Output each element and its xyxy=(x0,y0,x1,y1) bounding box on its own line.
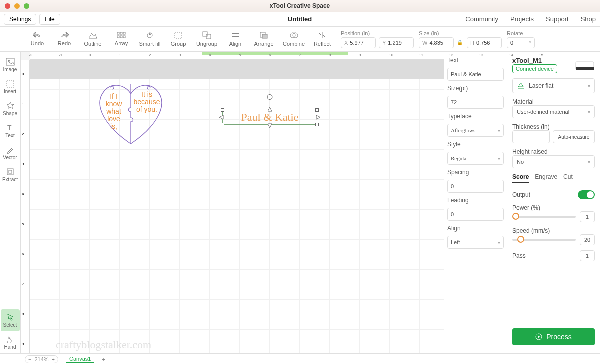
ruler-vertical: 012345678910 xyxy=(21,60,30,353)
reflect-button[interactable]: Reflect xyxy=(309,28,336,51)
canvas[interactable]: If Iknowwhatloveis, It isbecauseof you. … xyxy=(30,60,444,353)
thickness-label: Thickness (in) xyxy=(512,123,550,130)
insert-icon xyxy=(6,80,14,88)
footer: − 214% + Canvas1 + xyxy=(0,353,600,364)
link-shop[interactable]: Shop xyxy=(581,15,596,23)
processing-select[interactable]: Laser flat ▾ xyxy=(512,78,595,93)
material-select[interactable]: User-defined material▾ xyxy=(512,105,595,118)
text-label: Text xyxy=(448,57,504,64)
minimize-window-icon[interactable] xyxy=(14,3,20,9)
file-button[interactable]: File xyxy=(40,14,60,25)
chevron-down-icon: ▾ xyxy=(588,159,590,165)
group-button[interactable]: Group xyxy=(165,28,192,51)
smartfill-button[interactable]: Smart fill xyxy=(135,28,165,51)
redo-button[interactable]: Redo xyxy=(51,28,78,51)
output-toggle[interactable] xyxy=(578,190,595,199)
smartfill-icon xyxy=(146,31,154,39)
close-window-icon[interactable] xyxy=(5,3,10,9)
pass-value[interactable]: 1 xyxy=(580,250,595,261)
thickness-input[interactable] xyxy=(512,130,550,143)
size-h-input[interactable]: H0.756 xyxy=(467,37,502,48)
zoom-in-icon[interactable]: + xyxy=(52,356,55,362)
height-label: Height raised xyxy=(512,148,548,155)
tab-cut[interactable]: Cut xyxy=(564,173,573,183)
text-value-input[interactable]: Paul & Katie xyxy=(448,68,504,81)
lock-icon[interactable]: 🔒 xyxy=(457,40,463,45)
align-button[interactable]: Align xyxy=(222,28,249,51)
cursor-icon xyxy=(6,313,14,321)
power-value[interactable]: 1 xyxy=(580,211,595,222)
link-projects[interactable]: Projects xyxy=(510,15,534,23)
tool-shape[interactable]: Shape xyxy=(1,98,20,120)
spacing-input[interactable]: 0 xyxy=(448,180,504,193)
tool-image[interactable]: Image xyxy=(1,54,20,76)
canvas-tab[interactable]: Canvas1 xyxy=(66,356,94,363)
chevron-down-icon: ▾ xyxy=(588,109,590,115)
svg-rect-1 xyxy=(120,32,122,34)
arrange-button[interactable]: Arrange xyxy=(249,28,279,51)
hand-icon xyxy=(6,335,14,343)
svg-rect-12 xyxy=(232,36,239,37)
left-tools: Image Insert Shape TText Vector Extract … xyxy=(0,52,21,353)
tool-extract[interactable]: Extract xyxy=(1,164,20,186)
star-icon xyxy=(6,102,14,110)
ungroup-button[interactable]: Ungroup xyxy=(192,28,222,51)
zoom-out-icon[interactable]: − xyxy=(28,356,32,362)
auto-measure-button[interactable]: Auto-measure xyxy=(553,130,595,143)
leading-input[interactable]: 0 xyxy=(448,208,504,221)
maximize-window-icon[interactable] xyxy=(24,3,30,9)
position-group: Position (in) X5.977 Y1.219 xyxy=(341,30,414,48)
undo-icon xyxy=(33,32,42,39)
pos-y-input[interactable]: Y1.219 xyxy=(379,37,414,48)
height-select[interactable]: No▾ xyxy=(512,155,595,168)
outline-button[interactable]: Outline xyxy=(78,28,108,51)
size-w-input[interactable]: W4.835 xyxy=(419,37,454,48)
svg-point-18 xyxy=(8,60,10,62)
style-label: Style xyxy=(448,141,504,148)
power-slider[interactable] xyxy=(512,216,576,218)
combine-button[interactable]: Combine xyxy=(279,28,309,51)
svg-point-23 xyxy=(111,86,114,89)
add-canvas-button[interactable]: + xyxy=(102,356,105,362)
svg-rect-2 xyxy=(124,32,126,34)
pass-label: Pass xyxy=(512,252,526,259)
image-icon xyxy=(6,58,15,66)
tool-text[interactable]: TText xyxy=(1,120,20,142)
tab-score[interactable]: Score xyxy=(512,173,529,183)
play-icon xyxy=(536,333,542,340)
connect-device-button[interactable]: Connect device xyxy=(512,64,558,73)
align-select[interactable]: Left▾ xyxy=(448,236,504,249)
svg-rect-22 xyxy=(9,170,12,173)
pos-x-input[interactable]: X5.977 xyxy=(341,37,376,48)
undo-button[interactable]: Undo xyxy=(24,28,51,51)
align-label: Align xyxy=(448,225,504,232)
link-support[interactable]: Support xyxy=(546,15,569,23)
chevron-down-icon: ▾ xyxy=(498,128,500,133)
svg-rect-4 xyxy=(120,36,122,38)
output-label: Output xyxy=(512,191,530,198)
tab-engrave[interactable]: Engrave xyxy=(535,173,558,183)
size-input[interactable]: 72 xyxy=(448,96,504,109)
rotate-input[interactable]: 0° xyxy=(507,37,535,48)
array-button[interactable]: Array xyxy=(108,28,135,51)
chevron-down-icon: ▾ xyxy=(588,83,590,89)
speed-slider[interactable] xyxy=(512,239,576,241)
process-button[interactable]: Process xyxy=(512,328,595,345)
settings-button[interactable]: Settings xyxy=(4,14,36,25)
link-community[interactable]: Community xyxy=(466,15,498,23)
window-controls[interactable] xyxy=(5,3,30,9)
speed-value[interactable]: 20 xyxy=(580,234,595,245)
group-icon xyxy=(174,31,183,39)
zoom-control[interactable]: − 214% + xyxy=(25,355,58,363)
tool-hand[interactable]: Hand xyxy=(1,331,20,353)
style-select[interactable]: Regular▾ xyxy=(448,152,504,165)
tool-vector[interactable]: Vector xyxy=(1,142,20,164)
svg-rect-28 xyxy=(576,67,594,70)
tool-select[interactable]: Select xyxy=(1,309,20,331)
zoom-value: 214% xyxy=(34,356,48,362)
selection-box[interactable]: Paul & Katie xyxy=(222,110,318,125)
heart-graphic[interactable]: If Iknowwhatloveis, It isbecauseof you. xyxy=(95,79,167,149)
tool-insert[interactable]: Insert xyxy=(1,76,20,98)
typeface-select[interactable]: Afterglows▾ xyxy=(448,124,504,137)
laser-icon xyxy=(517,82,525,89)
